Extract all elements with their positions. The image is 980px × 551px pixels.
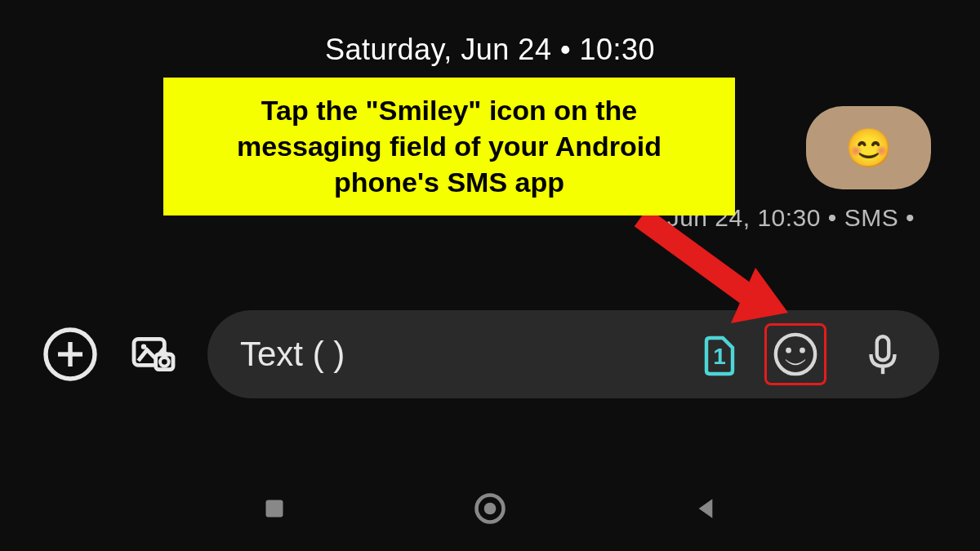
gallery-button[interactable]	[124, 325, 183, 384]
smiley-icon	[772, 331, 819, 378]
compose-row: Text ( ) 1	[41, 310, 939, 398]
nav-recent-button[interactable]	[256, 491, 292, 527]
text-input-placeholder: Text ( )	[240, 335, 675, 374]
circle-icon	[472, 490, 508, 527]
message-bubble[interactable]: 😊	[806, 106, 931, 189]
svg-text:1: 1	[713, 344, 726, 369]
nav-back-button[interactable]	[688, 491, 724, 527]
microphone-icon	[859, 331, 906, 378]
sim-icon: 1	[699, 331, 740, 377]
svg-rect-9	[160, 352, 169, 356]
svg-rect-14	[877, 336, 889, 360]
text-input-pill[interactable]: Text ( ) 1	[207, 310, 939, 398]
svg-point-6	[141, 344, 146, 349]
emoji-button[interactable]	[772, 331, 819, 378]
conversation-date-header: Saturday, Jun 24 • 10:30	[41, 33, 939, 67]
voice-button[interactable]	[859, 331, 906, 378]
smiley-emoji: 😊	[845, 126, 892, 170]
nav-home-button[interactable]	[472, 491, 508, 527]
plus-circle-icon	[41, 325, 100, 384]
svg-rect-16	[266, 500, 283, 518]
android-nav-bar	[0, 491, 980, 527]
sim-selector[interactable]: 1	[699, 331, 740, 377]
instruction-callout: Tap the "Smiley" icon on the messaging f…	[163, 78, 735, 216]
triangle-back-icon	[689, 492, 722, 525]
emoji-button-highlight	[764, 323, 826, 385]
svg-point-11	[776, 335, 815, 374]
svg-point-18	[484, 503, 497, 515]
add-button[interactable]	[41, 325, 100, 384]
svg-point-12	[786, 348, 791, 353]
gallery-icon	[127, 328, 180, 380]
instruction-text: Tap the "Smiley" icon on the messaging f…	[188, 92, 710, 201]
svg-point-13	[800, 348, 805, 353]
square-icon	[260, 494, 289, 523]
pointer-arrow	[629, 211, 792, 328]
